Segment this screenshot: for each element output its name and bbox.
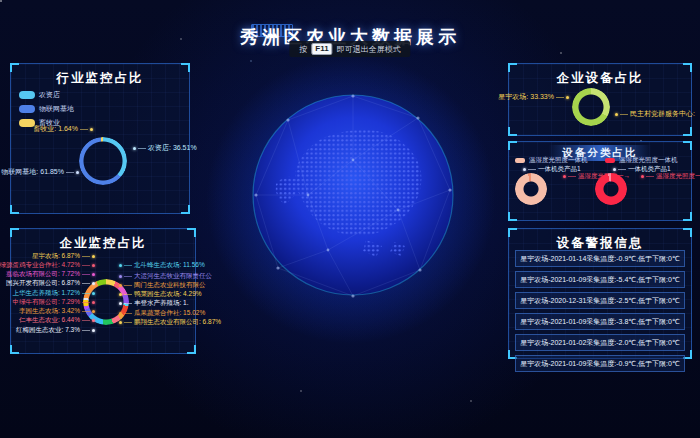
- dashboard: 秀洲区农业大数据展示 按 F11 即可退出全屏模式: [0, 0, 700, 438]
- corner-decoration: [181, 205, 190, 214]
- legend-item[interactable]: 温湿度光照度一体机: [605, 156, 678, 165]
- chart-label: 国兴开发有限公司: 6.87%: [13, 279, 95, 287]
- chart-label: 农资店: 36.51%: [133, 144, 197, 152]
- legend-item[interactable]: 物联网基地: [19, 104, 74, 114]
- alarm-row: 星宇农场-2021-01-09采集温度:-3.8℃,低于下限:0℃: [515, 313, 685, 330]
- industry-donut-chart[interactable]: [79, 137, 127, 185]
- corner-decoration: [683, 212, 692, 221]
- enterprise-monitor-panel: 企业监控占比 星宇农场: 6.87% 绿源蛋鸡专业合作社: 4.72% 嘉临农场…: [10, 228, 196, 354]
- chart-label: 大运河生态牧业有限责任公: [119, 272, 212, 280]
- corner-decoration: [10, 345, 19, 354]
- alarm-row: 星宇农场-2021-01-02采集温度:-2.0℃,低于下限:0℃: [515, 334, 685, 351]
- alarm-row: 星宇农场-2020-12-31采集温度:-2.5℃,低于下限:0℃: [515, 292, 685, 309]
- chart-label: 陶门生态农业科技有限公: [119, 281, 206, 289]
- corner-decoration: [508, 212, 517, 221]
- chart-label: 仁丰生态农业: 6.44%: [13, 316, 95, 324]
- legend-item[interactable]: 农资店: [19, 90, 74, 100]
- chart-label: 畜牧业: 1.64%: [15, 125, 93, 133]
- legend-swatch: [605, 158, 615, 163]
- corner-decoration: [508, 127, 517, 136]
- alarm-row: 星宇农场-2021-01-09采集温度:-0.9℃,低于下限:0℃: [515, 355, 685, 372]
- device-class-panel: 设备分类占比 温湿度光照度一体机 一体机类产品1 温湿度光照度一→ 温湿度光照度…: [508, 141, 692, 221]
- corner-decoration: [683, 127, 692, 136]
- hint-prefix: 按: [299, 44, 307, 55]
- device-class-donut-right[interactable]: [595, 173, 627, 205]
- corner-decoration: [508, 141, 517, 150]
- panel-title: 企业设备占比: [509, 70, 691, 87]
- chart-label: 上华生态养殖场: 1.72%: [13, 289, 95, 297]
- corner-decoration: [683, 141, 692, 150]
- panel-title: 行业监控占比: [11, 70, 189, 87]
- chart-label: 鹏翔生态农业有限公司: 6.87%: [119, 318, 221, 326]
- industry-monitor-panel: 行业监控占比 农资店 物联网基地 畜牧业 畜牧业: 1.64% 农资店: 36.…: [10, 63, 190, 214]
- chart-label: 星宇农场: 6.87%: [13, 252, 95, 260]
- chart-label: 民主村党群服务中心:: [615, 110, 695, 118]
- alarm-list: 星宇农场-2021-01-14采集温度:-0.9℃,低于下限:0℃ 星宇农场-2…: [515, 250, 685, 372]
- alarm-row: 星宇农场-2021-01-14采集温度:-0.9℃,低于下限:0℃: [515, 250, 685, 267]
- globe-visualization: [248, 90, 458, 300]
- legend-label: 物联网基地: [39, 104, 74, 114]
- chart-label: 瓜果蔬菜合作社: 15.02%: [119, 309, 205, 317]
- corner-decoration: [187, 345, 196, 354]
- f11-key-badge: F11: [311, 43, 332, 55]
- equipment-ratio-panel: 企业设备占比 星宇农场: 33.33% 民主村党群服务中心:: [508, 63, 692, 136]
- device-class-donut-left[interactable]: [515, 173, 547, 205]
- device-alarm-panel: 设备警报信息 星宇农场-2021-01-14采集温度:-0.9℃,低于下限:0℃…: [508, 228, 692, 359]
- alarm-row: 星宇农场-2021-01-09采集温度:-5.4℃,低于下限:0℃: [515, 271, 685, 288]
- panel-title: 企业监控占比: [11, 235, 195, 252]
- chart-label: 中绿牛有限公司: 7.29%: [13, 298, 95, 306]
- chart-label: 红梅园生态农业: 7.3%: [13, 326, 95, 334]
- legend-swatch: [515, 158, 525, 163]
- chart-label: 丰登水产养殖场: 1.: [119, 299, 189, 307]
- chart-label: 绿源蛋鸡专业合作社: 4.72%: [13, 261, 95, 269]
- legend-swatch: [19, 91, 35, 99]
- chart-label: 物联网基地: 61.85%: [15, 168, 79, 176]
- corner-decoration: [10, 205, 19, 214]
- legend-label: 农资店: [39, 90, 60, 100]
- equipment-donut-chart[interactable]: [572, 88, 610, 126]
- legend-swatch: [19, 105, 35, 113]
- legend-item[interactable]: 温湿度光照度一体机: [515, 156, 588, 165]
- chart-label: 鸭菜园生态农场: 4.29%: [119, 290, 202, 298]
- chart-label: 温湿度光照度一→: [641, 172, 700, 180]
- chart-label: 李园生态农场: 3.42%: [13, 307, 95, 315]
- background-stars: [0, 0, 2, 2]
- chart-label: 嘉临农场有限公司: 7.72%: [13, 270, 95, 278]
- chart-label: 北斗蜂生态农场: 11.56%: [119, 261, 205, 269]
- chart-label: 星宇农场: 33.33%: [509, 93, 569, 101]
